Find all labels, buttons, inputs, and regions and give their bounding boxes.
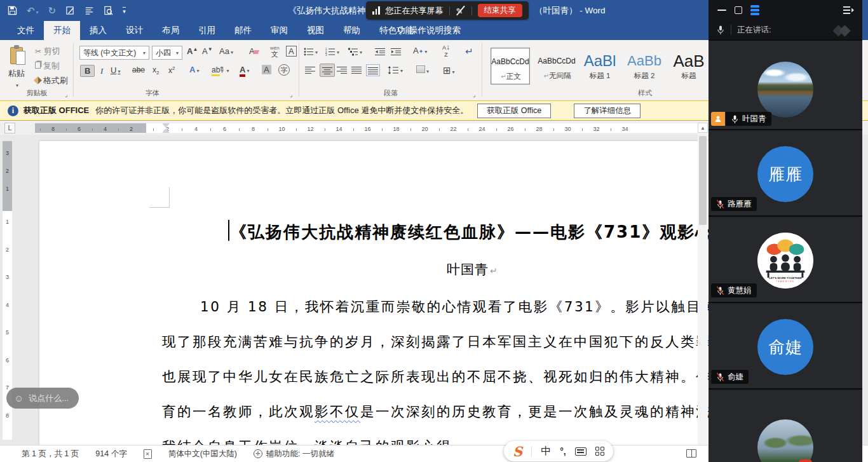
change-case-button[interactable]: Aa▾	[219, 46, 233, 56]
italic-button[interactable]: I	[97, 65, 106, 77]
minimize-icon[interactable]	[717, 10, 726, 11]
hanging-indent-marker[interactable]	[162, 128, 170, 133]
customize-qat-icon[interactable]: ▾	[123, 7, 126, 15]
sort-button[interactable]: A↓Z	[442, 44, 450, 58]
proofing-status[interactable]: ✕	[144, 449, 152, 459]
learn-more-button[interactable]: 了解详细信息	[574, 104, 641, 118]
list-paragraph-icon[interactable]	[85, 6, 94, 15]
list-view-icon[interactable]	[750, 5, 759, 15]
ribbon-tab-4[interactable]: 布局	[153, 21, 189, 40]
first-line-indent-marker[interactable]	[162, 123, 170, 128]
increase-indent-button[interactable]	[391, 46, 402, 56]
subscript-button[interactable]: x2	[153, 65, 159, 76]
ribbon-tab-7[interactable]: 审阅	[261, 21, 297, 40]
style-title[interactable]: AaB标题	[669, 48, 709, 85]
style-no-spacing[interactable]: AaBbCcDd↵无间隔	[537, 48, 576, 85]
draft-edit-icon[interactable]	[65, 6, 75, 15]
clipboard-dialog-launcher[interactable]: ⌟	[65, 92, 67, 98]
document-page[interactable]: 《弘扬伟大抗战精神赓续红色血脉》——电影《731》观影心得 叶国青↵ 10 月 …	[39, 141, 709, 445]
font-size-combo[interactable]: 小四▾	[152, 46, 182, 60]
copy-button[interactable]: 复制	[35, 60, 60, 72]
maximize-icon[interactable]	[735, 6, 742, 14]
vertical-scrollbar[interactable]: ▲	[698, 122, 708, 445]
ime-mode-toggle[interactable]: 中	[541, 445, 551, 458]
annotation-disabled-icon[interactable]: ✎	[456, 6, 466, 16]
participant-tile[interactable]: ★	[709, 391, 862, 462]
participant-tile[interactable]: 叶国青	[709, 41, 862, 130]
tab-stop-selector[interactable]: L	[4, 123, 15, 133]
print-preview-icon[interactable]	[104, 6, 113, 15]
font-color-button[interactable]: A▾	[240, 65, 249, 74]
ribbon-tab-6[interactable]: 邮件	[225, 21, 261, 40]
undo-icon[interactable]: ↶▾	[27, 5, 39, 17]
paragraph-dialog-launcher[interactable]: ⌟	[473, 92, 475, 98]
ime-keyboard-icon[interactable]	[575, 447, 587, 456]
word-count[interactable]: 914 个字	[95, 449, 126, 459]
sogou-logo-icon[interactable]: S	[513, 444, 522, 459]
get-genuine-office-button[interactable]: 获取正版 Office	[477, 104, 551, 118]
style-normal[interactable]: AaBbCcDd↵正文	[491, 48, 530, 85]
scrollbar-thumb[interactable]	[699, 136, 707, 225]
font-dialog-launcher[interactable]: ⌟	[290, 92, 292, 98]
align-right-button[interactable]	[337, 65, 347, 74]
enclose-characters-button[interactable]: 字	[278, 64, 290, 76]
ribbon-tab-5[interactable]: 引用	[189, 21, 225, 40]
align-center-button[interactable]	[320, 64, 335, 77]
ribbon-tab-2[interactable]: 插入	[80, 21, 116, 40]
font-name-combo[interactable]: 等线 (中文正文)▾	[79, 46, 149, 60]
highlight-button[interactable]: ab✎▾	[212, 65, 229, 74]
ime-toolbar[interactable]: S 中 °‚	[504, 441, 613, 461]
character-border-button[interactable]: A	[286, 46, 297, 57]
horizontal-ruler[interactable]: 8642 246810121416182022242628303234	[35, 123, 707, 133]
align-left-button[interactable]	[305, 65, 315, 74]
ime-toolbox-icon[interactable]	[595, 447, 604, 456]
multilevel-list-button[interactable]: ▾	[348, 46, 362, 56]
read-mode-icon[interactable]	[686, 449, 696, 458]
style-heading1[interactable]: AaBl标题 1	[580, 48, 620, 85]
asian-layout-button[interactable]: A✦▾	[413, 46, 427, 55]
tell-me-search[interactable]: 操作说明搜索	[391, 21, 466, 40]
shrink-font-button[interactable]: A▼	[202, 46, 213, 56]
accessibility-status[interactable]: ✛辅助功能: 一切就绪	[254, 449, 334, 459]
participant-tile[interactable]: LET'S WORK TOGETHER TEAMWORK 黄慧娟	[709, 218, 862, 303]
character-shading-button[interactable]: A	[262, 65, 271, 74]
save-icon[interactable]	[8, 6, 17, 15]
ribbon-tab-1[interactable]: 开始	[44, 21, 80, 40]
paste-label[interactable]: 粘贴▾	[8, 68, 25, 89]
end-share-button[interactable]: 结束共享	[478, 4, 522, 17]
document-canvas[interactable]: 《弘扬伟大抗战精神赓续红色血脉》——电影《731》观影心得 叶国青↵ 10 月 …	[0, 135, 709, 445]
style-heading2[interactable]: AaBb标题 2	[625, 48, 664, 85]
decrease-indent-button[interactable]	[375, 46, 386, 56]
ime-punctuation-toggle[interactable]: °‚	[560, 446, 566, 456]
ribbon-tab-8[interactable]: 视图	[297, 21, 334, 40]
distribute-button[interactable]	[366, 64, 380, 76]
collapse-panel-icon[interactable]	[843, 6, 855, 15]
strikethrough-button[interactable]: abe	[132, 65, 145, 74]
bold-button[interactable]: B	[80, 65, 95, 77]
ribbon-tab-0[interactable]: 文件	[8, 21, 44, 40]
clear-formatting-button[interactable]: A	[249, 46, 259, 56]
underline-button[interactable]: U▾	[111, 65, 120, 75]
page-indicator[interactable]: 第 1 页，共 1 页	[22, 449, 79, 459]
line-spacing-button[interactable]: ▾	[388, 65, 403, 74]
redo-icon[interactable]: ↻	[48, 5, 57, 17]
ribbon-tab-9[interactable]: 帮助	[334, 21, 370, 40]
numbering-button[interactable]: 123▾	[325, 46, 339, 56]
justify-button[interactable]	[351, 65, 362, 74]
meeting-chat-input[interactable]: ☺ 说点什么...	[6, 388, 79, 409]
grow-font-button[interactable]: A▲	[187, 46, 198, 56]
borders-button[interactable]: ⊞▾	[443, 65, 455, 76]
paste-button[interactable]	[10, 45, 27, 68]
superscript-button[interactable]: x2	[168, 65, 175, 75]
phonetic-guide-button[interactable]: wén文	[270, 44, 280, 57]
language-indicator[interactable]: 简体中文(中国大陆)	[168, 449, 237, 459]
emoji-icon[interactable]: ☺	[14, 393, 24, 404]
format-painter-button[interactable]: 格式刷	[35, 75, 68, 86]
participant-tile[interactable]: 雁雁 路雁雁	[709, 132, 862, 217]
ribbon-tab-3[interactable]: 设计	[116, 21, 153, 40]
shading-button[interactable]: ▾	[416, 65, 429, 75]
bullets-button[interactable]: ▾	[304, 46, 318, 56]
text-effects-button[interactable]: A▾	[189, 65, 199, 74]
show-marks-button[interactable]: ↵	[465, 46, 473, 57]
scroll-up-icon[interactable]: ▲	[698, 123, 708, 133]
